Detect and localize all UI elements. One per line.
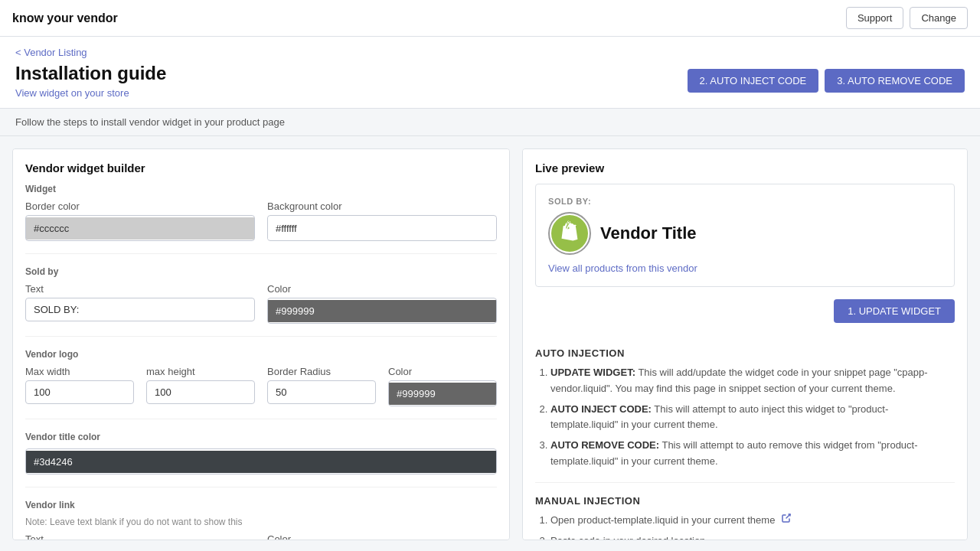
logo-color-group: Color #999999: [388, 366, 497, 406]
auto-injection-item-1-bold: UPDATE WIDGET:: [550, 367, 635, 378]
vendor-link-color-label: Color: [267, 533, 497, 540]
auto-remove-button[interactable]: 3. AUTO REMOVE CODE: [825, 69, 965, 93]
background-color-label: Backgrount color: [267, 201, 497, 212]
manual-injection-item-1: Open product-template.liquid in your cur…: [550, 513, 955, 529]
manual-injection-section: MANUAL INJECTION Open product-template.l…: [535, 495, 955, 540]
page-title-row: Installation guide View widget on your s…: [15, 63, 965, 99]
auto-injection-item-2-bold: AUTO INJECT CODE:: [550, 403, 652, 415]
sold-by-section-label: Sold by: [25, 266, 497, 277]
auto-injection-item-3: AUTO REMOVE CODE: This will attempt to a…: [550, 438, 955, 470]
page-title: Installation guide: [15, 63, 166, 84]
border-radius-label: Border Radius: [267, 366, 376, 377]
vendor-title-color-label: Vendor title color: [25, 432, 497, 442]
max-width-group: Max width: [25, 366, 134, 406]
auto-injection-list: UPDATE WIDGET: This will add/update the …: [535, 365, 955, 470]
vendor-name-preview: Vendor Title: [600, 223, 697, 243]
sold-by-text-input[interactable]: [25, 298, 255, 321]
auto-injection-item-1: UPDATE WIDGET: This will add/update the …: [550, 365, 955, 397]
breadcrumb[interactable]: < Vendor Listing: [15, 47, 87, 58]
update-widget-button[interactable]: 1. UPDATE WIDGET: [834, 299, 955, 323]
manual-injection-item-2: Paste code in your desired location (% i…: [550, 533, 955, 540]
auto-injection-section: AUTO INJECTION UPDATE WIDGET: This will …: [535, 347, 955, 470]
border-color-label: Border color: [25, 201, 255, 212]
external-link-icon[interactable]: [781, 514, 792, 526]
page-subtitle[interactable]: View widget on your store: [15, 87, 166, 99]
sold-by-color-label: Color: [267, 283, 497, 295]
background-color-value: #ffffff: [268, 217, 496, 240]
max-width-label: Max width: [25, 366, 134, 377]
vendor-logo: [548, 212, 591, 255]
logo-color-value: #999999: [389, 383, 496, 405]
manual-injection-item-2-text: Paste code in your desired location: [550, 535, 705, 540]
auto-injection-item-2: AUTO INJECT CODE: This will attempt to a…: [550, 402, 955, 434]
auto-inject-button[interactable]: 2. AUTO INJECT CODE: [688, 69, 819, 93]
vendor-widget-preview: SOLD BY: Vendor Title View all products …: [535, 184, 955, 287]
manual-injection-list: Open product-template.liquid in your cur…: [535, 513, 955, 540]
sold-by-text-label: Text: [25, 283, 255, 295]
vendor-title-color-swatch[interactable]: #3d4246: [25, 448, 497, 474]
logo-color-label: Color: [388, 366, 497, 377]
border-radius-input[interactable]: [267, 380, 376, 404]
vendor-link-color-group: Color #3d4246: [267, 533, 497, 540]
vendor-link-preview[interactable]: View all products from this vendor: [548, 262, 942, 274]
page-actions: 2. AUTO INJECT CODE 3. AUTO REMOVE CODE: [688, 69, 965, 93]
background-color-swatch[interactable]: #ffffff: [267, 215, 497, 241]
vendor-info-row: Vendor Title: [548, 212, 942, 255]
max-height-group: max height: [146, 366, 255, 406]
support-button[interactable]: Support: [846, 7, 904, 29]
widget-colors-row: Border color #cccccc Backgrount color #f…: [25, 201, 497, 241]
vendor-link-text-label: Text: [25, 533, 255, 540]
sold-by-color-swatch[interactable]: #999999: [267, 298, 497, 324]
vendor-link-section-label: Vendor link: [25, 500, 497, 510]
border-color-swatch[interactable]: #cccccc: [25, 215, 255, 241]
main-layout: Vendor widget builder Widget Border colo…: [0, 136, 980, 551]
top-nav-actions: Support Change: [846, 7, 968, 29]
sold-by-text-group: Text: [25, 283, 255, 324]
left-panel: Vendor widget builder Widget Border colo…: [12, 148, 510, 540]
vendor-logo-section-label: Vendor logo: [25, 349, 497, 360]
app-brand: know your vendor: [12, 11, 118, 25]
preview-title: Live preview: [535, 161, 955, 174]
auto-injection-item-3-bold: AUTO REMOVE CODE:: [550, 439, 659, 451]
widget-section-label: Widget: [25, 184, 497, 194]
page-description: Follow the steps to install vendor widge…: [0, 109, 980, 136]
change-button[interactable]: Change: [910, 7, 968, 29]
sold-by-color-value: #999999: [268, 300, 496, 322]
border-color-group: Border color #cccccc: [25, 201, 255, 241]
sold-by-color-group: Color #999999: [267, 283, 497, 324]
vendor-link-row: Text Color #3d4246: [25, 533, 497, 540]
shopify-logo-icon: [551, 215, 588, 252]
top-nav: know your vendor Support Change: [0, 0, 980, 37]
logo-color-swatch[interactable]: #999999: [388, 380, 497, 406]
page-header: < Vendor Listing Installation guide View…: [0, 37, 980, 109]
border-radius-group: Border Radius: [267, 366, 376, 406]
right-panel: Live preview SOLD BY: Vendor Title View …: [522, 148, 968, 540]
max-height-label: max height: [146, 366, 255, 377]
manual-injection-title: MANUAL INJECTION: [535, 495, 955, 507]
sold-by-row: Text Color #999999: [25, 283, 497, 324]
page-title-group: Installation guide View widget on your s…: [15, 63, 166, 99]
border-color-value: #cccccc: [26, 217, 254, 240]
update-widget-row: 1. UPDATE WIDGET: [535, 299, 955, 335]
sold-by-preview-label: SOLD BY:: [548, 197, 942, 206]
background-color-group: Backgrount color #ffffff: [267, 201, 497, 241]
vendor-title-color-value: #3d4246: [26, 451, 496, 473]
manual-injection-item-1-text: Open product-template.liquid in your cur…: [550, 514, 775, 526]
vendor-link-text-group: Text: [25, 533, 255, 540]
vendor-logo-row: Max width max height Border Radius Color…: [25, 366, 497, 406]
auto-injection-title: AUTO INJECTION: [535, 347, 955, 359]
max-height-input[interactable]: [146, 380, 255, 404]
left-panel-title: Vendor widget builder: [25, 161, 497, 174]
vendor-link-note: Note: Leave text blank if you do not wan…: [25, 517, 497, 527]
max-width-input[interactable]: [25, 380, 134, 404]
